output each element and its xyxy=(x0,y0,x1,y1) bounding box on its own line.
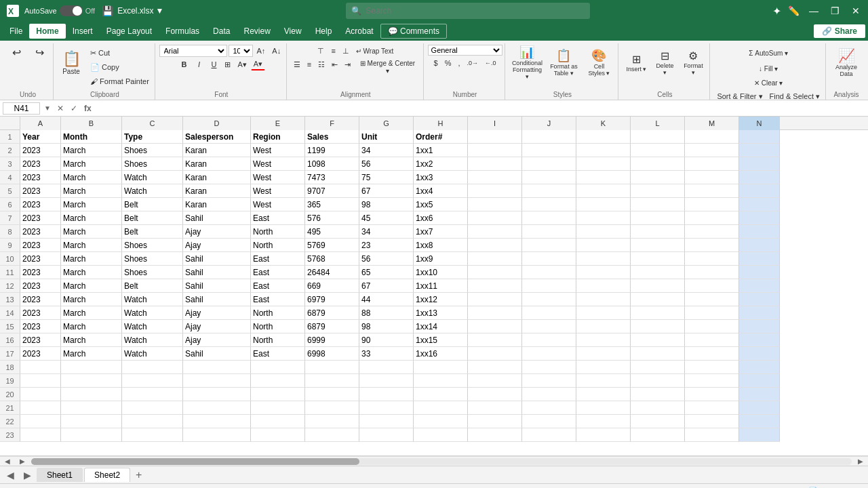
cell-e17[interactable]: East xyxy=(251,347,305,361)
cell-b19[interactable] xyxy=(61,374,122,388)
dollar-button[interactable]: $ xyxy=(431,57,441,69)
cell-e10[interactable]: East xyxy=(251,252,305,266)
cell-f20[interactable] xyxy=(305,388,359,401)
cell-h17[interactable]: 1xx16 xyxy=(414,347,468,361)
cell-g10[interactable]: 56 xyxy=(359,252,414,266)
cell-f7[interactable]: 576 xyxy=(305,211,359,225)
cell-j12[interactable] xyxy=(522,279,576,293)
cell-n11[interactable] xyxy=(739,266,780,279)
cell-l18[interactable] xyxy=(631,361,685,374)
cell-f1[interactable]: Sales xyxy=(305,130,359,144)
cell-g15[interactable]: 98 xyxy=(359,320,414,333)
cell-k20[interactable] xyxy=(576,388,631,401)
cell-l15[interactable] xyxy=(631,320,685,333)
cell-m20[interactable] xyxy=(685,388,739,401)
cell-d1[interactable]: Salesperson xyxy=(183,130,251,144)
bold-button[interactable]: B xyxy=(177,58,191,70)
cell-j14[interactable] xyxy=(522,306,576,320)
cell-b17[interactable]: March xyxy=(61,347,122,361)
cell-f22[interactable] xyxy=(305,415,359,428)
cell-a23[interactable] xyxy=(20,428,61,442)
cell-k5[interactable] xyxy=(576,184,631,198)
cell-g12[interactable]: 67 xyxy=(359,279,414,293)
row-number[interactable]: 9 xyxy=(0,239,20,252)
cell-n16[interactable] xyxy=(739,333,780,347)
cell-n7[interactable] xyxy=(739,211,780,225)
menu-item-help[interactable]: Help xyxy=(309,24,339,39)
cell-n5[interactable] xyxy=(739,184,780,198)
cell-h12[interactable]: 1xx11 xyxy=(414,279,468,293)
cell-i7[interactable] xyxy=(468,211,522,225)
cell-e3[interactable]: West xyxy=(251,157,305,171)
menu-item-review[interactable]: Review xyxy=(237,24,277,39)
cell-n13[interactable] xyxy=(739,293,780,306)
indent-decrease-button[interactable]: ⇤ xyxy=(329,58,340,70)
cell-g23[interactable] xyxy=(359,428,414,442)
cell-l22[interactable] xyxy=(631,415,685,428)
cell-l13[interactable] xyxy=(631,293,685,306)
cell-e4[interactable]: West xyxy=(251,171,305,184)
cell-j4[interactable] xyxy=(522,171,576,184)
cell-d4[interactable]: Karan xyxy=(183,171,251,184)
cell-l9[interactable] xyxy=(631,239,685,252)
cell-d6[interactable]: Karan xyxy=(183,198,251,211)
cell-l1[interactable] xyxy=(631,130,685,144)
cell-j3[interactable] xyxy=(522,157,576,171)
cell-h3[interactable]: 1xx2 xyxy=(414,157,468,171)
cell-n19[interactable] xyxy=(739,374,780,388)
cell-j22[interactable] xyxy=(522,415,576,428)
cell-c15[interactable]: Watch xyxy=(122,320,183,333)
row-number[interactable]: 17 xyxy=(0,347,20,361)
cell-j9[interactable] xyxy=(522,239,576,252)
cell-m4[interactable] xyxy=(685,171,739,184)
cell-d14[interactable]: Ajay xyxy=(183,306,251,320)
cell-b23[interactable] xyxy=(61,428,122,442)
cell-d23[interactable] xyxy=(183,428,251,442)
cell-f12[interactable]: 669 xyxy=(305,279,359,293)
underline-button[interactable]: U xyxy=(207,58,220,70)
sheet-tab-sheet1[interactable]: Sheet1 xyxy=(37,468,83,482)
cell-f10[interactable]: 5768 xyxy=(305,252,359,266)
row-number[interactable]: 11 xyxy=(0,266,20,279)
cell-m14[interactable] xyxy=(685,306,739,320)
increase-font-button[interactable]: A↑ xyxy=(254,45,269,57)
decrease-font-button[interactable]: A↓ xyxy=(269,45,283,57)
cell-n14[interactable] xyxy=(739,306,780,320)
italic-button[interactable]: I xyxy=(192,58,205,70)
edit-icon[interactable]: ✏️ xyxy=(788,5,800,16)
cell-c5[interactable]: Watch xyxy=(122,184,183,198)
cell-l2[interactable] xyxy=(631,144,685,157)
cell-k14[interactable] xyxy=(576,306,631,320)
cell-f21[interactable] xyxy=(305,401,359,415)
cell-a4[interactable]: 2023 xyxy=(20,171,61,184)
col-header-k[interactable]: K xyxy=(576,117,631,130)
cell-c3[interactable]: Shoes xyxy=(122,157,183,171)
cell-e1[interactable]: Region xyxy=(251,130,305,144)
row-number[interactable]: 6 xyxy=(0,198,20,211)
cell-b1[interactable]: Month xyxy=(61,130,122,144)
cell-f17[interactable]: 6998 xyxy=(305,347,359,361)
row-number[interactable]: 12 xyxy=(0,279,20,293)
sheet-nav-right[interactable]: ▶ xyxy=(15,458,30,465)
cell-i16[interactable] xyxy=(468,333,522,347)
cell-b2[interactable]: March xyxy=(61,144,122,157)
cell-g14[interactable]: 88 xyxy=(359,306,414,320)
sort-filter-button[interactable]: Sort & Filter ▾ xyxy=(714,89,765,103)
cell-i12[interactable] xyxy=(468,279,522,293)
cell-j23[interactable] xyxy=(522,428,576,442)
cell-i15[interactable] xyxy=(468,320,522,333)
cell-i2[interactable] xyxy=(468,144,522,157)
cell-a1[interactable]: Year xyxy=(20,130,61,144)
cell-k13[interactable] xyxy=(576,293,631,306)
cell-l7[interactable] xyxy=(631,211,685,225)
cell-a3[interactable]: 2023 xyxy=(20,157,61,171)
align-right-button[interactable]: ☷ xyxy=(315,58,328,70)
page-layout-view-button[interactable]: 📄 xyxy=(806,486,821,489)
cell-k22[interactable] xyxy=(576,415,631,428)
cancel-formula-icon[interactable]: ✕ xyxy=(55,104,66,113)
cell-g11[interactable]: 65 xyxy=(359,266,414,279)
cell-n17[interactable] xyxy=(739,347,780,361)
cell-h22[interactable] xyxy=(414,415,468,428)
row-number[interactable]: 22 xyxy=(0,415,20,428)
cell-b4[interactable]: March xyxy=(61,171,122,184)
